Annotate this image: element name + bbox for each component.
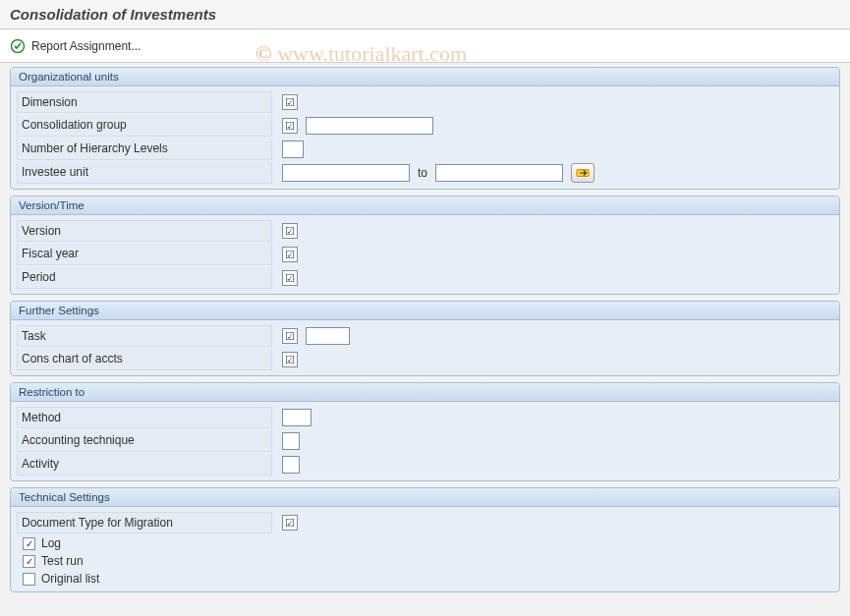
page-title: Consolidation of Investments xyxy=(10,6,216,23)
label-activity: Activity xyxy=(17,454,272,476)
log-label: Log xyxy=(41,536,61,550)
investee-from-input[interactable] xyxy=(282,164,410,182)
method-input[interactable] xyxy=(282,409,312,426)
cons-group-input[interactable] xyxy=(306,117,433,135)
fiscal-required-indicator[interactable]: ☑ xyxy=(282,247,298,262)
group-technical: Technical Settings Document Type for Mig… xyxy=(10,487,840,592)
group-restriction: Restriction to Method Accounting techniq… xyxy=(10,382,840,481)
task-input[interactable] xyxy=(306,327,350,345)
label-task: Task xyxy=(17,325,272,347)
label-cons-group: Consolidation group xyxy=(17,115,272,137)
group-header-further: Further Settings xyxy=(11,302,839,320)
activity-input[interactable] xyxy=(282,456,300,474)
investee-to-input[interactable] xyxy=(435,164,563,182)
task-required-indicator[interactable]: ☑ xyxy=(282,328,298,344)
label-method: Method xyxy=(17,407,272,428)
cons-group-required-indicator[interactable]: ☑ xyxy=(282,118,298,134)
label-investee: Investee unit xyxy=(17,162,272,184)
toolbar: Report Assignment... xyxy=(0,29,850,63)
num-levels-input[interactable] xyxy=(282,140,304,158)
label-doctype: Document Type for Migration xyxy=(17,512,272,533)
label-dimension: Dimension xyxy=(17,91,272,113)
report-assignment-link[interactable]: Report Assignment... xyxy=(31,39,141,53)
group-version-time: Version/Time Version☑ Fiscal year☑ Perio… xyxy=(10,196,840,295)
label-version: Version xyxy=(17,220,272,242)
to-label: to xyxy=(418,166,427,180)
multiple-selection-button[interactable] xyxy=(571,163,595,183)
label-coa: Cons chart of accts xyxy=(17,349,272,370)
label-fiscal: Fiscal year xyxy=(17,244,272,265)
group-header-restriction: Restriction to xyxy=(11,383,839,402)
testrun-checkbox[interactable] xyxy=(23,555,35,568)
doctype-required-indicator[interactable]: ☑ xyxy=(282,515,298,531)
acct-tech-input[interactable] xyxy=(282,432,300,450)
original-list-checkbox[interactable] xyxy=(23,573,35,586)
label-acct-tech: Accounting technique xyxy=(17,430,272,452)
log-checkbox[interactable] xyxy=(23,537,35,550)
label-period: Period xyxy=(17,267,272,289)
title-bar: Consolidation of Investments xyxy=(0,0,850,29)
content: Organizational units Dimension ☑ Consoli… xyxy=(0,63,850,596)
group-header-org: Organizational units xyxy=(11,68,839,86)
period-required-indicator[interactable]: ☑ xyxy=(282,270,298,286)
dimension-required-indicator[interactable]: ☑ xyxy=(282,94,298,110)
coa-required-indicator[interactable]: ☑ xyxy=(282,352,298,367)
testrun-label: Test run xyxy=(41,554,84,568)
group-header-technical: Technical Settings xyxy=(11,488,839,507)
group-header-version: Version/Time xyxy=(11,196,839,215)
group-org-units: Organizational units Dimension ☑ Consoli… xyxy=(10,67,840,190)
version-required-indicator[interactable]: ☑ xyxy=(282,223,298,239)
group-further: Further Settings Task☑ Cons chart of acc… xyxy=(10,301,840,376)
execute-icon[interactable] xyxy=(10,38,26,54)
label-num-levels: Number of Hierarchy Levels xyxy=(17,139,272,160)
original-list-label: Original list xyxy=(41,572,99,586)
